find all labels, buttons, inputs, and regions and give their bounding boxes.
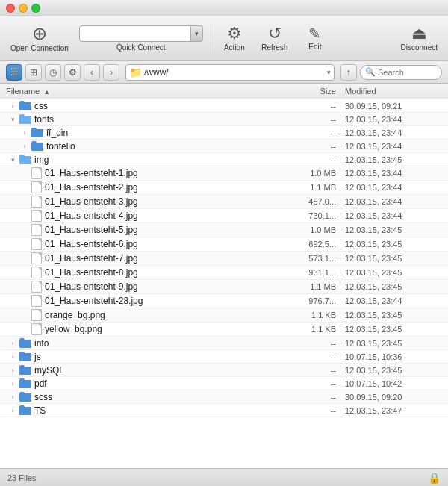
file-date-cell: 12.03.15, 23:45 [345, 366, 442, 375]
path-text: /www/ [144, 67, 327, 78]
file-row[interactable]: 01_Haus-entsteht-3.jpg 457.0... 12.03.15… [0, 195, 448, 209]
filename-header[interactable]: Filename ▲ [6, 85, 278, 97]
file-name-text: css [34, 101, 48, 111]
back-button[interactable]: ‹ [84, 64, 100, 81]
path-dropdown-icon[interactable]: ▾ [327, 69, 331, 76]
file-name-cell: 01_Haus-entsteht-6.jpg [6, 238, 278, 250]
edit-icon: ✎ [308, 26, 321, 41]
file-row[interactable]: yellow_bg.png 1.1 KB 12.03.15, 23:45 [0, 323, 448, 337]
file-row[interactable]: 01_Haus-entsteht-4.jpg 730.1... 12.03.15… [0, 209, 448, 223]
file-name-cell: 01_Haus-entsteht-8.jpg [6, 267, 278, 278]
file-row[interactable]: › ff_din -- 12.03.15, 23:44 [0, 126, 448, 140]
file-name-text: 01_Haus-entsteht-5.jpg [45, 225, 138, 235]
folder-icon [31, 128, 43, 137]
search-wrap: 🔍 [360, 65, 442, 80]
file-name-text: img [34, 155, 49, 165]
folder-open-icon [19, 155, 31, 164]
maximize-button[interactable] [31, 4, 40, 13]
title-bar [0, 0, 448, 16]
minimize-button[interactable] [19, 4, 28, 13]
disconnect-button[interactable]: ⏏ Disconnect [396, 22, 442, 54]
file-row[interactable]: 01_Haus-entsteht-2.jpg 1.1 MB 12.03.15, … [0, 181, 448, 195]
file-icon [31, 224, 42, 236]
refresh-button[interactable]: ↺ Refresh [256, 22, 293, 54]
file-name-text: 01_Haus-entsteht-1.jpg [45, 168, 138, 178]
file-name-cell: › info [6, 338, 278, 349]
file-date-cell: 12.03.15, 23:45 [345, 254, 442, 263]
sort-arrow: ▲ [43, 88, 50, 96]
file-rows-container: › css -- 30.09.15, 09:21 ▾ fonts -- 12.0… [0, 99, 448, 417]
file-row[interactable]: › mySQL -- 12.03.15, 23:45 [0, 364, 448, 377]
file-name-text: mySQL [34, 365, 64, 376]
file-row[interactable]: orange_bg.png 1.1 KB 12.03.15, 23:45 [0, 308, 448, 323]
folder-icon [19, 378, 31, 388]
chevron-icon: ▾ [9, 116, 16, 123]
file-row[interactable]: 01_Haus-entsteht-8.jpg 931.1... 12.03.15… [0, 266, 448, 280]
file-row[interactable]: ▾ img -- 12.03.15, 23:45 [0, 153, 448, 166]
file-date-cell: 12.03.15, 23:45 [345, 339, 442, 348]
file-row[interactable]: › scss -- 30.09.15, 09:20 [0, 390, 448, 404]
file-row[interactable]: › pdf -- 10.07.15, 10:42 [0, 377, 448, 390]
search-input[interactable] [378, 68, 448, 77]
quick-connect-area: ▾ Quick Connect [79, 25, 203, 52]
file-icon [31, 252, 42, 264]
toolbar-separator-1 [211, 24, 211, 54]
file-name-cell: › scss [6, 392, 278, 402]
file-row[interactable]: 01_Haus-entsteht-1.jpg 1.0 MB 12.03.15, … [0, 166, 448, 181]
edit-button[interactable]: ✎ Edit [296, 23, 334, 54]
close-button[interactable] [6, 4, 15, 13]
file-list-container[interactable]: Filename ▲ Size Modified › css -- 30.09.… [0, 84, 448, 468]
file-date-cell: 12.03.15, 23:45 [345, 155, 442, 164]
file-row[interactable]: ▾ fonts -- 12.03.15, 23:44 [0, 113, 448, 126]
file-row[interactable]: 01_Haus-entsteht-6.jpg 692.5... 12.03.15… [0, 237, 448, 252]
action-label: Action [224, 43, 245, 52]
file-row[interactable]: 01_Haus-entsteht-5.jpg 1.0 MB 12.03.15, … [0, 223, 448, 237]
file-date-cell: 12.03.15, 23:44 [345, 211, 442, 220]
file-row[interactable]: › info -- 12.03.15, 23:45 [0, 337, 448, 350]
forward-button[interactable]: › [103, 64, 119, 81]
file-size-cell: 730.1... [278, 211, 345, 220]
file-size-cell: -- [278, 155, 345, 164]
folder-open-icon [19, 114, 31, 124]
file-size-cell: 1.1 MB [278, 183, 345, 192]
file-size-cell: -- [278, 128, 345, 137]
file-size-cell: -- [278, 102, 345, 110]
upload-button[interactable]: ↑ [340, 64, 357, 81]
file-name-cell: ▾ img [6, 155, 278, 165]
open-connection-label: Open Connection [10, 44, 69, 52]
column-view-button[interactable]: ⊞ [25, 64, 42, 81]
file-row[interactable]: › TS -- 12.03.15, 23:47 [0, 404, 448, 417]
quick-connect-input[interactable] [79, 25, 191, 42]
file-name-cell: 01_Haus-entsteht-1.jpg [6, 167, 278, 179]
file-name-cell: › TS [6, 405, 278, 416]
file-name-cell: › css [6, 101, 278, 111]
file-row[interactable]: › fontello -- 12.03.15, 23:44 [0, 140, 448, 153]
file-date-cell: 12.03.15, 23:44 [345, 115, 442, 124]
list-view-button[interactable]: ☰ [6, 64, 22, 81]
action-button[interactable]: ⚙ Action [216, 22, 253, 54]
time-view-button[interactable]: ◷ [45, 64, 61, 81]
folder-icon [19, 338, 31, 348]
file-size-cell: 976.7... [278, 296, 345, 305]
file-date-cell: 12.03.15, 23:47 [345, 406, 442, 415]
path-input-wrap[interactable]: 📁 /www/ ▾ [125, 64, 335, 81]
file-row[interactable]: 01_Haus-entsteht-9.jpg 1.1 MB 12.03.15, … [0, 280, 448, 294]
file-row[interactable]: › js -- 10.07.15, 10:36 [0, 350, 448, 364]
folder-icon [19, 365, 31, 375]
file-name-cell: › ff_din [6, 128, 278, 138]
file-name-text: fontello [46, 141, 75, 152]
file-date-cell: 12.03.15, 23:45 [345, 282, 442, 291]
file-row[interactable]: 01_Haus-entsteht-7.jpg 573.1... 12.03.15… [0, 252, 448, 266]
file-row[interactable]: 01_Haus-entsteht-28.jpg 976.7... 12.03.1… [0, 294, 448, 308]
disconnect-label: Disconnect [401, 43, 438, 52]
file-icon [31, 167, 42, 179]
quick-connect-dropdown[interactable]: ▾ [191, 25, 203, 42]
file-date-cell: 12.03.15, 23:44 [345, 128, 442, 137]
file-row[interactable]: › css -- 30.09.15, 09:21 [0, 99, 448, 113]
action-icon: ⚙ [227, 25, 242, 42]
quick-connect-label: Quick Connect [116, 43, 166, 52]
folder-icon [19, 101, 31, 110]
gear-nav-button[interactable]: ⚙ [64, 64, 81, 81]
open-connection-button[interactable]: ⊕ Open Connection [6, 22, 73, 55]
file-date-cell: 12.03.15, 23:44 [345, 296, 442, 305]
